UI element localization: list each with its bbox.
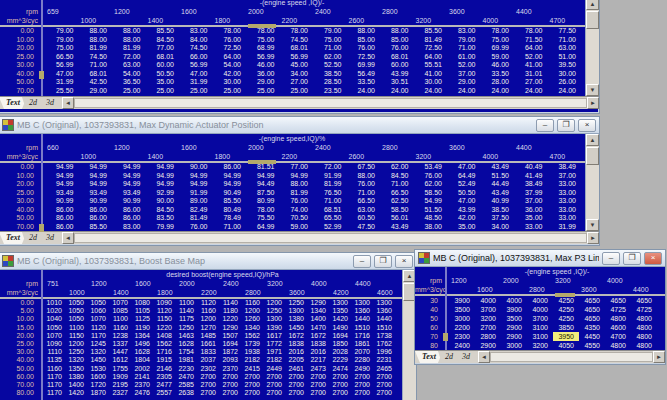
map-cell[interactable]: 82.49 xyxy=(179,206,213,215)
map-cell[interactable]: 1762 xyxy=(375,340,397,348)
row-header[interactable]: 30.00 xyxy=(0,61,41,70)
map-cell[interactable]: 89.00 xyxy=(179,197,213,206)
map-cell[interactable]: 1290 xyxy=(309,299,331,307)
map-cell[interactable]: 65.50 xyxy=(313,214,347,223)
map-cell[interactable]: 94.99 xyxy=(213,172,247,181)
map-cell[interactable]: 94.99 xyxy=(45,180,79,189)
map-cell[interactable]: 1364 xyxy=(133,332,155,340)
minimize-button[interactable]: – xyxy=(602,252,620,265)
map-cell[interactable]: 75.00 xyxy=(45,44,79,53)
map-cell[interactable]: 42.50 xyxy=(79,78,113,87)
map-cell[interactable]: 56.99 xyxy=(246,53,280,62)
map-cell[interactable]: 2305 xyxy=(155,373,177,381)
map-cell[interactable]: 74.50 xyxy=(179,44,213,53)
map-cell[interactable]: 1400 xyxy=(67,381,89,389)
map-cell[interactable]: 1080 xyxy=(133,299,155,307)
map-cell[interactable]: 79.00 xyxy=(45,27,79,36)
map-cell[interactable]: 47.50 xyxy=(347,223,381,232)
map-cell[interactable]: 90.99 xyxy=(79,197,113,206)
map-cell[interactable]: 1872 xyxy=(221,348,243,356)
map-cell[interactable]: 1320 xyxy=(89,348,111,356)
map-cell[interactable]: 79.00 xyxy=(45,36,79,45)
map-cell[interactable]: 81.51 xyxy=(246,163,280,172)
column-header[interactable]: 4400 xyxy=(514,7,548,16)
map-cell[interactable]: 63.00 xyxy=(548,44,582,53)
map-cell[interactable]: 1408 xyxy=(155,332,177,340)
map-cell[interactable]: 4650 xyxy=(631,296,657,305)
map-cell[interactable]: 1060 xyxy=(89,307,111,315)
map-cell[interactable]: 1833 xyxy=(199,348,221,356)
map-cell[interactable]: 1450 xyxy=(287,324,309,332)
map-cell[interactable]: 64.49 xyxy=(447,172,481,181)
map-cell[interactable]: 59.00 xyxy=(280,223,314,232)
map-cell[interactable]: 2700 xyxy=(309,373,331,381)
map-cell[interactable]: 2700 xyxy=(331,381,353,389)
horizontal-scroll-track[interactable] xyxy=(74,233,587,243)
column-header[interactable]: 1800 xyxy=(155,288,177,297)
map-cell[interactable]: 3850 xyxy=(553,323,579,332)
map-cell[interactable]: 1070 xyxy=(111,299,133,307)
row-header[interactable]: 60.00 xyxy=(0,373,41,381)
map-cell[interactable]: 36.00 xyxy=(514,206,548,215)
tab-3d[interactable]: 3d xyxy=(455,351,477,363)
map-cell[interactable]: 76.00 xyxy=(414,172,448,181)
map-cell[interactable]: 66.50 xyxy=(347,197,381,206)
map-cell[interactable]: 66.50 xyxy=(45,53,79,62)
map-cell[interactable]: 2070 xyxy=(353,348,375,356)
map-cell[interactable]: 90.00 xyxy=(179,163,213,172)
map-cell[interactable]: 68.01 xyxy=(380,53,414,62)
map-cell[interactable]: 85.50 xyxy=(79,223,113,232)
column-header[interactable]: 1400 xyxy=(146,152,180,161)
map-cell[interactable]: 4000 xyxy=(527,296,553,305)
map-cell[interactable]: 1190 xyxy=(133,324,155,332)
close-button[interactable]: × xyxy=(395,255,413,268)
map-cell[interactable]: 75.50 xyxy=(246,214,280,223)
column-header[interactable]: 3200 xyxy=(265,279,287,288)
column-header[interactable]: 660 xyxy=(45,143,79,152)
map-cell[interactable]: 2182 xyxy=(265,356,287,364)
map-cell[interactable]: 75.00 xyxy=(246,36,280,45)
map-cell[interactable]: 3950 xyxy=(553,332,579,341)
map-cell[interactable]: 46.00 xyxy=(481,61,515,70)
map-cell[interactable]: 83.50 xyxy=(146,214,180,223)
map-cell[interactable]: 25.00 xyxy=(246,87,280,96)
map-cell[interactable]: 77.00 xyxy=(146,44,180,53)
map-cell[interactable]: 1562 xyxy=(155,340,177,348)
map-cell[interactable]: 2016 xyxy=(309,348,331,356)
map-cell[interactable]: 94.49 xyxy=(246,180,280,189)
row-header[interactable]: 80 xyxy=(415,341,445,350)
map-cell[interactable]: 1300 xyxy=(331,299,353,307)
map-cell[interactable]: 1628 xyxy=(177,340,199,348)
map-cell[interactable]: 1485 xyxy=(199,332,221,340)
column-header[interactable]: 1200 xyxy=(89,279,111,288)
map-cell[interactable]: 4250 xyxy=(553,305,579,314)
map-cell[interactable]: 37.00 xyxy=(447,70,481,79)
map-cell[interactable]: 30.00 xyxy=(414,78,448,87)
map-cell[interactable]: 1050 xyxy=(67,299,89,307)
map-cell[interactable]: 2400 xyxy=(449,341,475,350)
map-cell[interactable]: 51.00 xyxy=(548,53,582,62)
maximize-button[interactable]: ❐ xyxy=(557,119,575,132)
map-cell[interactable]: 68.99 xyxy=(246,44,280,53)
map-cell[interactable]: 4350 xyxy=(579,323,605,332)
row-header[interactable]: 30 xyxy=(415,296,445,305)
map-cell[interactable]: 2449 xyxy=(265,365,287,373)
map-cell[interactable]: 24.00 xyxy=(447,87,481,96)
map-cell[interactable]: 25.00 xyxy=(146,87,180,96)
map-cell[interactable]: 33.00 xyxy=(548,180,582,189)
map-cell[interactable]: 2700 xyxy=(353,381,375,389)
map-cell[interactable]: 42.00 xyxy=(447,214,481,223)
map-cell[interactable]: 63.00 xyxy=(112,61,146,70)
map-cell[interactable]: 52.99 xyxy=(313,223,347,232)
map-cell[interactable]: 1507 xyxy=(221,332,243,340)
map-cell[interactable]: 1180 xyxy=(221,307,243,315)
map-cell[interactable]: 2700 xyxy=(375,389,397,397)
column-header[interactable]: 2600 xyxy=(347,16,381,25)
map-cell[interactable]: 43.99 xyxy=(447,206,481,215)
map-cell[interactable]: 28.50 xyxy=(313,78,347,87)
row-header[interactable]: 30.00 xyxy=(0,348,41,356)
map-cell[interactable]: 1245 xyxy=(89,340,111,348)
row-header[interactable]: 50 xyxy=(415,314,445,323)
map-cell[interactable]: 1090 xyxy=(45,340,67,348)
map-cell[interactable]: 2700 xyxy=(331,373,353,381)
